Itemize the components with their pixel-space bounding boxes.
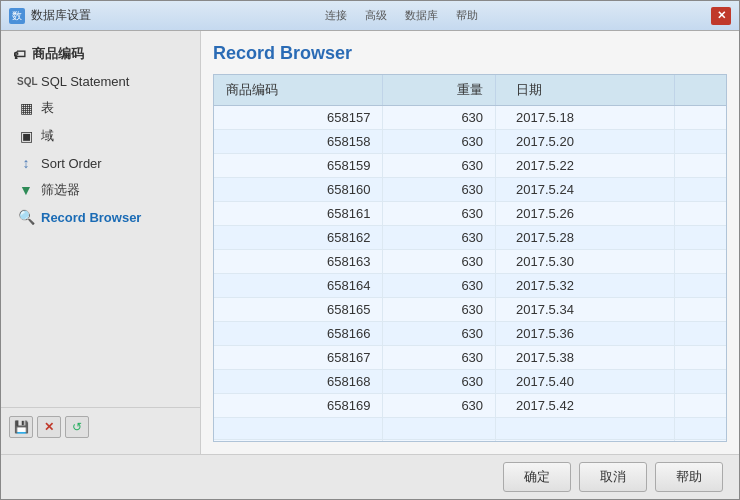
table-row: 6581636302017.5.30	[214, 250, 726, 274]
cell-extra	[675, 346, 726, 370]
section-icon: 🏷	[13, 47, 26, 62]
sidebar-item-area[interactable]: ▣ 域	[1, 122, 200, 150]
main-content: 🏷 商品编码 SQL SQL Statement ▦ 表 ▣ 域 ↕ Sort …	[1, 31, 739, 454]
table-row: 6581576302017.5.18	[214, 106, 726, 130]
table-row: 6581596302017.5.22	[214, 154, 726, 178]
table-row: 6581586302017.5.20	[214, 130, 726, 154]
cell-weight: 630	[383, 370, 496, 394]
bottom-bar: 确定 取消 帮助	[1, 454, 739, 499]
cell-weight: 630	[383, 322, 496, 346]
cancel-button[interactable]: 取消	[579, 462, 647, 492]
sidebar-item-sql-statement[interactable]: SQL SQL Statement	[1, 69, 200, 94]
cell-weight: 630	[383, 202, 496, 226]
cell-product-code: 658163	[214, 250, 383, 274]
sidebar-item-label: 表	[41, 99, 54, 117]
cell-date: 2017.5.32	[496, 274, 675, 298]
sidebar-item-label: Record Browser	[41, 210, 141, 225]
cell-weight: 630	[383, 154, 496, 178]
cell-product-code: 658158	[214, 130, 383, 154]
cell-product-code: 658166	[214, 322, 383, 346]
col-header-extra	[675, 75, 726, 106]
panel-title: Record Browser	[213, 43, 727, 64]
window-title: 数据库设置	[31, 7, 91, 24]
cell-date: 2017.5.26	[496, 202, 675, 226]
cell-empty	[383, 418, 496, 440]
cell-product-code: 658160	[214, 178, 383, 202]
cell-weight: 630	[383, 274, 496, 298]
sidebar: 🏷 商品编码 SQL SQL Statement ▦ 表 ▣ 域 ↕ Sort …	[1, 31, 201, 454]
cell-extra	[675, 370, 726, 394]
sort-icon: ↕	[17, 155, 35, 171]
cell-date: 2017.5.24	[496, 178, 675, 202]
table-row: 6581606302017.5.24	[214, 178, 726, 202]
table-row: 6581696302017.5.42	[214, 394, 726, 418]
table-row-empty	[214, 418, 726, 440]
cell-empty	[383, 440, 496, 442]
confirm-button[interactable]: 确定	[503, 462, 571, 492]
refresh-icon: ↺	[72, 420, 82, 434]
cell-extra	[675, 322, 726, 346]
cell-weight: 630	[383, 178, 496, 202]
cell-extra	[675, 106, 726, 130]
table-row: 6581686302017.5.40	[214, 370, 726, 394]
cell-product-code: 658157	[214, 106, 383, 130]
tab-1[interactable]: 连接	[317, 6, 355, 25]
tab-4[interactable]: 帮助	[448, 6, 486, 25]
sidebar-item-sort-order[interactable]: ↕ Sort Order	[1, 150, 200, 176]
refresh-button[interactable]: ↺	[65, 416, 89, 438]
cell-empty	[496, 440, 675, 442]
table-row-empty	[214, 440, 726, 442]
cell-weight: 630	[383, 130, 496, 154]
table-container: 商品编码 重量 日期	[213, 74, 727, 442]
table-row: 6581656302017.5.34	[214, 298, 726, 322]
table-row: 6581666302017.5.36	[214, 322, 726, 346]
cell-product-code: 658162	[214, 226, 383, 250]
cell-date: 2017.5.28	[496, 226, 675, 250]
delete-button[interactable]: ✕	[37, 416, 61, 438]
cell-product-code: 658169	[214, 394, 383, 418]
tab-2[interactable]: 高级	[357, 6, 395, 25]
delete-icon: ✕	[44, 420, 54, 434]
sidebar-item-label: 筛选器	[41, 181, 80, 199]
section-label: 商品编码	[32, 45, 84, 63]
data-table: 商品编码 重量 日期	[214, 75, 726, 106]
cell-extra	[675, 130, 726, 154]
cell-empty	[214, 418, 383, 440]
sidebar-item-label: SQL Statement	[41, 74, 129, 89]
cell-empty	[675, 440, 726, 442]
tab-3[interactable]: 数据库	[397, 6, 446, 25]
cell-empty	[675, 418, 726, 440]
cell-empty	[496, 418, 675, 440]
sidebar-item-filter[interactable]: ▼ 筛选器	[1, 176, 200, 204]
cell-date: 2017.5.18	[496, 106, 675, 130]
cell-product-code: 658164	[214, 274, 383, 298]
help-button[interactable]: 帮助	[655, 462, 723, 492]
cell-date: 2017.5.38	[496, 346, 675, 370]
save-button[interactable]: 💾	[9, 416, 33, 438]
table-icon: ▦	[17, 100, 35, 116]
sidebar-item-table[interactable]: ▦ 表	[1, 94, 200, 122]
close-button[interactable]: ✕	[711, 7, 731, 25]
save-icon: 💾	[14, 420, 29, 434]
cell-date: 2017.5.42	[496, 394, 675, 418]
cell-extra	[675, 154, 726, 178]
cell-extra	[675, 298, 726, 322]
right-panel: Record Browser 商品编码 重量 日期	[201, 31, 739, 454]
col-header-date: 日期	[496, 75, 675, 106]
cell-weight: 630	[383, 106, 496, 130]
title-controls: ✕	[711, 7, 731, 25]
sidebar-item-record-browser[interactable]: 🔍 Record Browser	[1, 204, 200, 230]
cell-date: 2017.5.20	[496, 130, 675, 154]
cell-weight: 630	[383, 394, 496, 418]
table-row: 6581616302017.5.26	[214, 202, 726, 226]
cell-extra	[675, 394, 726, 418]
sidebar-section-title: 🏷 商品编码	[1, 39, 200, 69]
app-icon: 数	[9, 8, 25, 24]
cell-product-code: 658165	[214, 298, 383, 322]
cell-date: 2017.5.36	[496, 322, 675, 346]
sidebar-item-label: Sort Order	[41, 156, 102, 171]
table-scroll-area[interactable]: 6581576302017.5.186581586302017.5.206581…	[214, 106, 726, 441]
filter-icon: ▼	[17, 182, 35, 198]
cell-extra	[675, 202, 726, 226]
cell-extra	[675, 250, 726, 274]
